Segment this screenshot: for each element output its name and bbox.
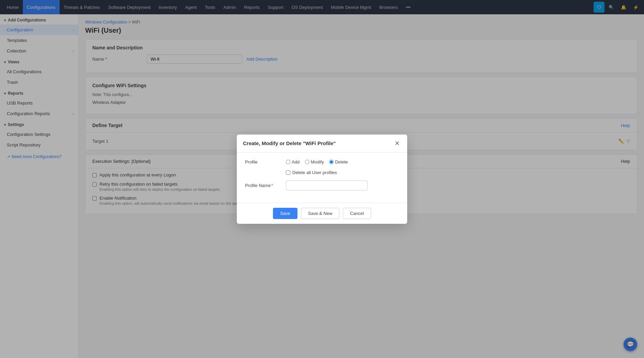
profile-name-input[interactable] [286, 181, 368, 190]
radio-add-option[interactable]: Add [286, 159, 300, 165]
profile-radio-group: Add Modify Delete [286, 159, 348, 165]
save-button[interactable]: Save [273, 208, 297, 219]
radio-modify-label: Modify [311, 159, 324, 165]
profile-radio-row: Profile Add Modify Delete [245, 159, 399, 165]
modal-body: Profile Add Modify Delete [237, 153, 407, 203]
delete-all-profiles-row: Delete all User profiles [286, 170, 399, 175]
radio-modify[interactable] [305, 160, 309, 164]
save-new-button[interactable]: Save & New [301, 208, 340, 219]
modal-close-button[interactable]: ✕ [393, 139, 401, 147]
delete-all-checkbox[interactable] [286, 170, 290, 175]
delete-all-label: Delete all User profiles [292, 170, 337, 175]
modal-header: Create, Modify or Delete "WiFi Profile" … [237, 135, 407, 153]
profile-label: Profile [245, 159, 286, 165]
radio-delete-label: Delete [335, 159, 348, 165]
wifi-profile-modal: Create, Modify or Delete "WiFi Profile" … [237, 135, 407, 224]
radio-modify-option[interactable]: Modify [305, 159, 324, 165]
modal-footer: Save Save & New Cancel [237, 203, 407, 224]
radio-add-label: Add [292, 159, 300, 165]
radio-delete-option[interactable]: Delete [329, 159, 348, 165]
profile-name-row: Profile Name* [245, 181, 399, 190]
modal-title: Create, Modify or Delete "WiFi Profile" [243, 140, 336, 146]
cancel-button[interactable]: Cancel [343, 208, 371, 219]
radio-delete[interactable] [329, 160, 334, 164]
profile-name-label: Profile Name* [245, 183, 286, 188]
required-marker: * [271, 183, 273, 188]
radio-add[interactable] [286, 160, 290, 164]
modal-overlay: Create, Modify or Delete "WiFi Profile" … [0, 0, 644, 358]
